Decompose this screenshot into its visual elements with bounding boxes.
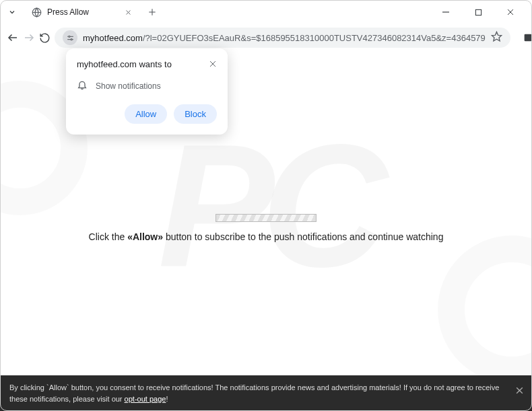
svg-point-15 [71,38,72,40]
tab-close-button[interactable] [123,7,133,17]
star-icon [491,31,502,42]
allow-button[interactable]: Allow [125,104,167,124]
titlebar: Press Allow [0,0,532,24]
extensions-button[interactable] [519,28,532,47]
bookmark-button[interactable] [491,31,502,45]
close-icon [515,386,524,395]
consent-bar: By clicking `Allow` button, you consent … [0,375,532,411]
svg-point-14 [68,36,69,37]
reload-icon [39,32,51,44]
prompt-title: myhotfeed.com wants to [77,59,172,69]
tab-title: Press Allow [47,7,117,17]
toolbar-right [514,28,532,47]
globe-icon [31,7,42,17]
instruction-text: Click the «Allow» button to subscribe to… [0,231,532,242]
forward-button[interactable] [23,28,35,47]
tune-icon [66,34,75,42]
extension-icon [523,32,532,43]
prompt-close-button[interactable] [209,59,217,70]
close-icon [125,9,131,15]
site-settings-button[interactable] [63,30,77,45]
maximize-icon [475,9,482,16]
loading-progress-bar [215,214,317,222]
close-window-button[interactable] [498,3,523,22]
opt-out-link[interactable]: opt-out page [125,395,166,403]
tabs-dropdown-button[interactable] [3,3,22,22]
address-bar[interactable]: myhotfeed.com/?l=02GYUEFO3sEAauR&s=$1685… [55,28,510,48]
plus-icon [147,7,157,17]
back-button[interactable] [7,28,19,47]
close-icon [506,8,514,16]
svg-rect-17 [524,34,531,42]
prompt-permission-label: Show notifications [96,81,161,91]
bell-icon [77,79,88,92]
minimize-icon [442,8,450,16]
maximize-button[interactable] [466,3,490,22]
reload-button[interactable] [39,28,51,47]
close-icon [209,60,217,68]
notification-permission-prompt: myhotfeed.com wants to Show notification… [66,48,228,135]
window-controls [434,3,529,22]
block-button[interactable]: Block [174,104,217,124]
new-tab-button[interactable] [143,3,162,22]
url-text: myhotfeed.com/?l=02GYUEFO3sEAauR&s=$1685… [83,33,486,43]
arrow-left-icon [7,32,19,44]
svg-rect-7 [475,9,481,15]
consent-text: By clicking `Allow` button, you consent … [9,383,499,403]
consent-close-button[interactable] [515,383,524,400]
toolbar: myhotfeed.com/?l=02GYUEFO3sEAauR&s=$1685… [0,24,532,51]
consent-text-suffix: ! [166,395,168,403]
arrow-right-icon [23,32,35,44]
browser-tab[interactable]: Press Allow [24,1,139,23]
svg-marker-16 [492,32,501,40]
chevron-down-icon [8,8,16,16]
minimize-button[interactable] [434,3,458,22]
